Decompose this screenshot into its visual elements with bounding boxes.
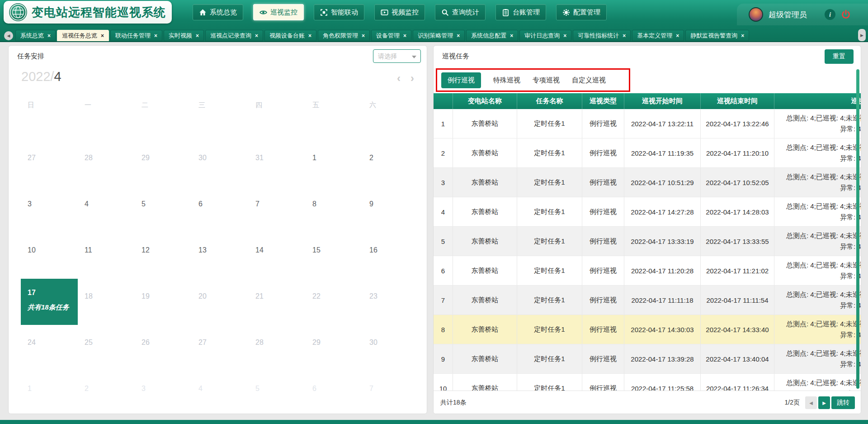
- filter-tab[interactable]: 专项巡视: [533, 76, 560, 85]
- calendar-day[interactable]: 2: [363, 140, 420, 186]
- nav-video-button[interactable]: 视频监控: [374, 4, 425, 20]
- workspace-tab[interactable]: 基本定义管理: [632, 30, 684, 41]
- calendar-day[interactable]: 12: [135, 233, 192, 279]
- calendar-day[interactable]: 27: [192, 325, 249, 371]
- tabs-scroll-left-icon[interactable]: [4, 31, 13, 40]
- calendar-day[interactable]: 17 共有18条任务: [21, 279, 78, 325]
- calendar-day[interactable]: 28: [78, 140, 135, 186]
- nav-ledger-button[interactable]: 台账管理: [495, 4, 546, 20]
- table-row[interactable]: 9 东善桥站 定时任务1 例行巡视 2022-04-17 13:39:28 20…: [434, 344, 861, 374]
- filter-tab[interactable]: 自定义巡视: [572, 76, 606, 85]
- calendar-day[interactable]: 5: [249, 371, 306, 414]
- calendar-day[interactable]: 6: [306, 371, 363, 414]
- table-row[interactable]: 8 东善桥站 定时任务1 例行巡视 2022-04-17 14:30:03 20…: [434, 315, 861, 344]
- workspace-tab[interactable]: 实时视频: [164, 30, 204, 41]
- tab-close-icon[interactable]: [255, 33, 258, 38]
- vertical-scrollbar[interactable]: [856, 69, 859, 389]
- workspace-tab[interactable]: 识别策略管理: [413, 30, 465, 41]
- calendar-day[interactable]: 7: [363, 371, 420, 414]
- workspace-tab[interactable]: 系统信息配置: [466, 30, 518, 41]
- reset-button[interactable]: 重置: [825, 49, 854, 64]
- calendar-day[interactable]: 15: [306, 233, 363, 279]
- tab-close-icon[interactable]: [101, 33, 104, 38]
- calendar-day[interactable]: 3: [21, 186, 78, 233]
- calendar-day[interactable]: 22: [306, 279, 363, 325]
- calendar-next-icon[interactable]: [410, 72, 414, 85]
- filter-tab[interactable]: 例行巡视: [441, 72, 481, 88]
- table-row[interactable]: 6 东善桥站 定时任务1 例行巡视 2022-04-17 11:20:28 20…: [434, 256, 861, 286]
- tab-close-icon[interactable]: [623, 33, 626, 38]
- nav-gear-button[interactable]: 配置管理: [556, 4, 607, 20]
- calendar-day[interactable]: 8: [306, 186, 363, 233]
- calendar-day[interactable]: 7: [249, 186, 306, 233]
- tab-close-icon[interactable]: [741, 33, 744, 38]
- avatar[interactable]: [749, 7, 763, 22]
- next-page-button[interactable]: [818, 396, 830, 409]
- calendar-day[interactable]: 25: [78, 325, 135, 371]
- tab-close-icon[interactable]: [510, 33, 513, 38]
- nav-search-button[interactable]: 查询统计: [435, 4, 486, 20]
- calendar-day[interactable]: 1: [306, 140, 363, 186]
- workspace-tab[interactable]: 设备管理: [371, 30, 411, 41]
- tab-close-icon[interactable]: [308, 33, 311, 38]
- calendar-day[interactable]: 9: [363, 186, 420, 233]
- table-row[interactable]: 3 东善桥站 定时任务1 例行巡视 2022-04-17 10:51:29 20…: [434, 168, 861, 197]
- calendar-day[interactable]: 13: [192, 233, 249, 279]
- tab-close-icon[interactable]: [196, 33, 199, 38]
- tabs-scroll-right-icon[interactable]: [858, 29, 866, 41]
- workspace-tab[interactable]: 静默监视告警查询: [685, 30, 749, 41]
- table-row[interactable]: 7 东善桥站 定时任务1 例行巡视 2022-04-17 11:11:18 20…: [434, 286, 861, 315]
- logout-power-icon[interactable]: [841, 10, 851, 19]
- filter-tab[interactable]: 特殊巡视: [493, 76, 520, 85]
- table-row[interactable]: 10 东善桥站 定时任务1 例行巡视 2022-04-17 11:25:58 2…: [434, 374, 861, 391]
- calendar-day[interactable]: 6: [192, 186, 249, 233]
- calendar-day[interactable]: 20: [192, 279, 249, 325]
- calendar-day[interactable]: 1: [21, 371, 78, 414]
- workspace-tab[interactable]: 联动任务管理: [110, 30, 162, 41]
- table-row[interactable]: 4 东善桥站 定时任务1 例行巡视 2022-04-17 14:27:28 20…: [434, 197, 861, 227]
- nav-eye-button[interactable]: 巡视监控: [253, 4, 304, 20]
- calendar-day[interactable]: 29: [306, 325, 363, 371]
- prev-page-button[interactable]: [805, 396, 817, 409]
- calendar-day[interactable]: 23: [363, 279, 420, 325]
- calendar-day[interactable]: 30: [192, 140, 249, 186]
- workspace-tab[interactable]: 可靠性指标统计: [573, 30, 631, 41]
- station-select[interactable]: 请选择: [373, 49, 421, 63]
- tab-close-icon[interactable]: [47, 33, 51, 38]
- calendar-day[interactable]: 4: [192, 371, 249, 414]
- nav-hub-button[interactable]: 智能联动: [314, 4, 364, 20]
- calendar-day[interactable]: 11: [78, 233, 135, 279]
- workspace-tab[interactable]: 巡视任务总览: [57, 30, 109, 41]
- calendar-day[interactable]: 30: [363, 325, 420, 371]
- tab-close-icon[interactable]: [362, 33, 365, 38]
- tab-close-icon[interactable]: [457, 33, 460, 38]
- calendar-day[interactable]: 19: [135, 279, 192, 325]
- tab-close-icon[interactable]: [676, 33, 679, 38]
- workspace-tab[interactable]: 巡视点记录查询: [205, 30, 263, 41]
- table-row[interactable]: 1 东善桥站 定时任务1 例行巡视 2022-04-17 13:22:11 20…: [434, 109, 861, 138]
- calendar-day[interactable]: 24: [21, 325, 78, 371]
- table-row[interactable]: 5 东善桥站 定时任务1 例行巡视 2022-04-17 13:33:19 20…: [434, 227, 861, 256]
- calendar-day[interactable]: 21: [249, 279, 306, 325]
- calendar-day[interactable]: 31: [249, 140, 306, 186]
- workspace-tab[interactable]: 角色权限管理: [318, 30, 370, 41]
- tab-close-icon[interactable]: [154, 33, 157, 38]
- calendar-day[interactable]: 5: [135, 186, 192, 233]
- workspace-tab[interactable]: 系统总览: [15, 30, 56, 41]
- calendar-day[interactable]: 4: [78, 186, 135, 233]
- calendar-day[interactable]: 28: [249, 325, 306, 371]
- tab-close-icon[interactable]: [563, 33, 566, 38]
- jump-page-button[interactable]: 跳转: [831, 396, 855, 409]
- calendar-day[interactable]: 29: [135, 140, 192, 186]
- calendar-day[interactable]: 16: [363, 233, 420, 279]
- calendar-day[interactable]: 18: [78, 279, 135, 325]
- calendar-day[interactable]: 2: [78, 371, 135, 414]
- calendar-day[interactable]: 3: [135, 371, 192, 414]
- table-row[interactable]: 2 东善桥站 定时任务1 例行巡视 2022-04-17 11:19:35 20…: [434, 138, 861, 168]
- nav-home-button[interactable]: 系统总览: [193, 4, 243, 20]
- workspace-tab[interactable]: 审计日志查询: [519, 30, 571, 41]
- tab-close-icon[interactable]: [403, 33, 406, 38]
- workspace-tab[interactable]: 视频设备台账: [264, 30, 316, 41]
- calendar-day[interactable]: 14: [249, 233, 306, 279]
- calendar-day[interactable]: 26: [135, 325, 192, 371]
